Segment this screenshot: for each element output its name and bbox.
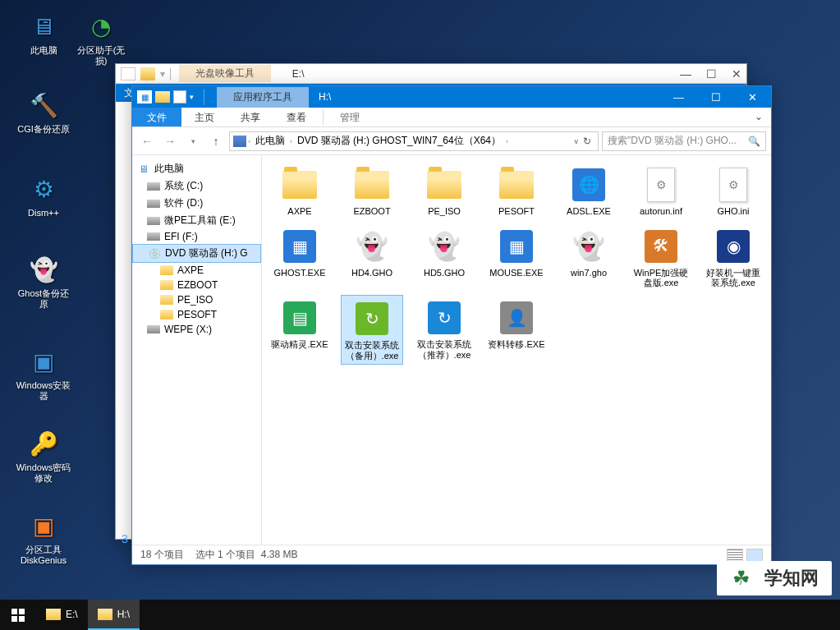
- taskbar-item[interactable]: H:\: [88, 600, 140, 630]
- file-item[interactable]: ◉好装机一键重装系统.exe: [702, 223, 764, 292]
- file-label: win7.gho: [571, 268, 607, 278]
- minimize-button[interactable]: —: [680, 67, 691, 80]
- desktop-icon-hammer[interactable]: 🔨CGI备份还原: [15, 89, 72, 135]
- chevron-right-icon[interactable]: ›: [290, 137, 292, 145]
- titlebar[interactable]: ▦ ▾ │ 应用程序工具 H:\ — ☐ ✕: [132, 86, 771, 108]
- file-item[interactable]: 👻HD5.GHO: [413, 223, 475, 292]
- desktop-icon-dg[interactable]: ▣分区工具DiskGenius: [15, 509, 72, 566]
- context-tab[interactable]: 应用程序工具: [217, 87, 309, 108]
- file-item[interactable]: 👻HD4.GHO: [341, 223, 403, 292]
- file-label: 驱动精灵.EXE: [271, 339, 328, 350]
- maximize-button[interactable]: ☐: [706, 67, 717, 80]
- watermark-logo: ☘ 学知网: [717, 561, 832, 596]
- tree-root-pc[interactable]: 🖥此电脑: [132, 160, 261, 177]
- file-item[interactable]: ▦GHOST.EXE: [269, 223, 331, 292]
- desktop-icon-partition[interactable]: ◔分区助手(无损): [72, 10, 130, 67]
- desktop-icon-ghost[interactable]: 👻Ghost备份还原: [15, 253, 72, 310]
- ribbon-tabs: 文件 主页 共享 查看 管理 ⌄: [132, 108, 771, 127]
- exe-icon: ↻: [428, 301, 461, 334]
- file-item[interactable]: EZBOOT: [341, 162, 403, 220]
- file-label: EZBOOT: [353, 206, 390, 217]
- back-button[interactable]: ←: [137, 131, 157, 151]
- tree-drive[interactable]: 系统 (C:): [132, 177, 261, 195]
- tab-manage[interactable]: 管理: [327, 108, 373, 126]
- minimize-button[interactable]: —: [660, 86, 697, 108]
- breadcrumb[interactable]: › 此电脑 › DVD 驱动器 (H:) GHOST_WIN7_64位（X64）…: [229, 131, 599, 151]
- tab-home[interactable]: 主页: [181, 108, 227, 126]
- file-item[interactable]: ▦MOUSE.EXE: [485, 223, 548, 292]
- tab-share[interactable]: 共享: [227, 108, 273, 126]
- item-count: 18 个项目: [140, 548, 184, 562]
- desktop-icon-gear[interactable]: ⚙Dism++: [15, 172, 72, 218]
- chevron-right-icon[interactable]: ›: [506, 137, 508, 145]
- file-item[interactable]: ⚙GHO.ini: [702, 162, 764, 220]
- chevron-right-icon[interactable]: ›: [248, 137, 250, 145]
- close-button[interactable]: ✕: [732, 67, 741, 80]
- up-button[interactable]: ↑: [206, 131, 226, 151]
- desktop-icon-monitor[interactable]: 🖥此电脑: [15, 10, 72, 56]
- qat-icon: [173, 90, 186, 103]
- search-input[interactable]: 搜索"DVD 驱动器 (H:) GHO... 🔍: [602, 131, 766, 151]
- qat-dropdown-icon[interactable]: ▾: [190, 93, 194, 101]
- crumb-pc[interactable]: 此电脑: [252, 134, 288, 148]
- folder-icon: [160, 310, 173, 320]
- file-item[interactable]: ▤驱动精灵.EXE: [269, 295, 331, 365]
- tree-drive[interactable]: 💿DVD 驱动器 (H:) G: [132, 244, 261, 263]
- details-view-icon[interactable]: [727, 549, 743, 562]
- history-dropdown-icon[interactable]: v: [575, 137, 579, 145]
- tree-drive[interactable]: 微PE工具箱 (E:): [132, 212, 261, 229]
- navigation-pane[interactable]: 🖥此电脑系统 (C:)软件 (D:)微PE工具箱 (E:)EFI (F:)💿DV…: [132, 155, 262, 545]
- crumb-drive[interactable]: DVD 驱动器 (H:) GHOST_WIN7_64位（X64）: [294, 134, 504, 148]
- folder-icon: [160, 280, 173, 290]
- content-pane[interactable]: AXPEEZBOOTPE_ISOPESOFT🌐ADSL.EXE⚙autorun.…: [262, 155, 771, 545]
- refresh-icon[interactable]: ↻: [583, 136, 591, 147]
- close-button[interactable]: ✕: [734, 86, 771, 108]
- file-label: WinPE加强硬盘版.exe: [631, 268, 691, 288]
- file-item[interactable]: ⚙autorun.inf: [630, 162, 692, 220]
- file-item[interactable]: ↻双击安装系统（推荐）.exe: [413, 295, 475, 365]
- file-item[interactable]: PESOFT: [485, 162, 548, 220]
- file-item[interactable]: 👤资料转移.EXE: [485, 295, 548, 365]
- exe-icon: ▦: [283, 230, 316, 263]
- file-tab[interactable]: 文件: [132, 108, 181, 126]
- folder-icon: [427, 171, 461, 199]
- tree-folder[interactable]: EZBOOT: [132, 278, 261, 292]
- recent-dropdown-icon[interactable]: ▾: [183, 131, 203, 151]
- folder-icon: [98, 609, 112, 620]
- file-item[interactable]: ↻双击安装系统（备用）.exe: [341, 295, 403, 365]
- exe-icon: 🌐: [572, 168, 605, 201]
- exe-icon: 🛠: [645, 230, 677, 263]
- folder-icon: [140, 67, 155, 80]
- tree-drive[interactable]: WEPE (X:): [132, 322, 261, 337]
- file-item[interactable]: AXPE: [269, 162, 331, 220]
- tree-folder[interactable]: PE_ISO: [132, 292, 261, 307]
- tab-view[interactable]: 查看: [273, 108, 319, 126]
- icons-view-icon[interactable]: [746, 549, 763, 562]
- title-path: H:\: [309, 91, 341, 103]
- qat-separator: ▾ │: [160, 68, 174, 80]
- search-icon[interactable]: 🔍: [748, 136, 760, 147]
- desktop-icon-wininst[interactable]: ▣Windows安装器: [15, 345, 72, 402]
- taskbar-item[interactable]: E:\: [36, 600, 88, 630]
- drive-icon: [147, 198, 160, 209]
- maximize-button[interactable]: ☐: [697, 86, 734, 108]
- file-item[interactable]: PE_ISO: [413, 162, 475, 220]
- exe-icon: ▤: [283, 301, 316, 334]
- file-label: 好装机一键重装系统.exe: [704, 268, 763, 288]
- tree-folder[interactable]: AXPE: [132, 263, 261, 278]
- expand-ribbon-icon[interactable]: ⌄: [746, 108, 771, 126]
- tree-drive[interactable]: 软件 (D:): [132, 195, 261, 212]
- file-item[interactable]: 👻win7.gho: [558, 223, 620, 292]
- folder-icon: [160, 295, 173, 305]
- folder-icon: [160, 265, 173, 275]
- start-button[interactable]: [0, 600, 36, 630]
- folder-icon: [499, 171, 534, 199]
- tree-folder[interactable]: PESOFT: [132, 307, 261, 322]
- tree-drive[interactable]: EFI (F:): [132, 229, 261, 244]
- file-item[interactable]: 🌐ADSL.EXE: [558, 162, 620, 220]
- forward-button[interactable]: →: [160, 131, 180, 151]
- file-item[interactable]: 🛠WinPE加强硬盘版.exe: [630, 223, 692, 292]
- file-label: 资料转移.EXE: [488, 339, 544, 350]
- taskbar[interactable]: E:\H:\: [0, 600, 840, 630]
- desktop-icon-key[interactable]: 🔑Windows密码修改: [15, 427, 72, 484]
